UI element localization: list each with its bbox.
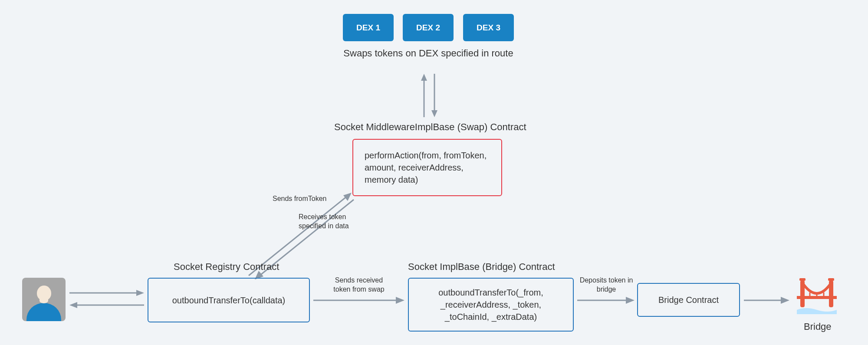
arrow-user-registry: [69, 289, 144, 310]
svg-rect-25: [828, 278, 834, 281]
dex-2-label: DEX 2: [416, 23, 440, 33]
svg-marker-5: [343, 193, 352, 201]
bridge-caption: Bridge: [804, 320, 832, 333]
svg-marker-17: [781, 297, 789, 304]
swaps-caption: Swaps tokens on DEX specified in route: [343, 47, 514, 60]
dex-3-label: DEX 3: [477, 23, 500, 33]
middleware-content: performAction(from, fromToken, amount, r…: [365, 149, 490, 186]
implbase-content: outboundTransferTo(_from, _receiverAddre…: [418, 286, 563, 323]
registry-content: outboundTransferTo(calldata): [172, 294, 286, 306]
bridge-contract-content: Bridge Contract: [658, 294, 719, 306]
dex-2-box: DEX 2: [403, 14, 454, 41]
registry-box: outboundTransferTo(calldata): [148, 278, 310, 322]
svg-marker-13: [396, 297, 404, 304]
svg-marker-3: [431, 110, 437, 117]
svg-marker-11: [69, 302, 77, 308]
arrow-implbase-bridge: [577, 295, 635, 306]
implbase-box: outboundTransferTo(_from, _receiverAddre…: [408, 278, 574, 332]
bridge-icon: [795, 273, 838, 316]
dex-1-box: DEX 1: [343, 14, 394, 41]
svg-marker-15: [626, 297, 635, 304]
dex-1-label: DEX 1: [356, 23, 380, 33]
receives-token-label: Receives token specified in data: [299, 213, 359, 231]
sends-from-label: Sends fromToken: [273, 194, 327, 204]
dex-3-box: DEX 3: [463, 14, 514, 41]
svg-rect-24: [799, 278, 806, 281]
implbase-title: Socket ImplBase (Bridge) Contract: [408, 261, 555, 273]
user-icon: [22, 278, 66, 321]
sends-received-label: Sends received token from swap: [326, 276, 391, 294]
arrow-registry-implbase: [313, 295, 404, 306]
middleware-title: Socket MiddlewareImplBase (Swap) Contrac…: [334, 122, 526, 133]
registry-title: Socket Registry Contract: [174, 261, 279, 273]
arrow-dex-middleware: [419, 74, 445, 117]
svg-marker-1: [421, 74, 427, 81]
middleware-box: performAction(from, fromToken, amount, r…: [352, 139, 502, 196]
bridge-contract-box: Bridge Contract: [637, 283, 740, 317]
deposits-label: Deposits token in bridge: [578, 276, 635, 294]
arrow-bridgecontract-bridge: [744, 295, 789, 306]
svg-marker-9: [136, 290, 144, 296]
